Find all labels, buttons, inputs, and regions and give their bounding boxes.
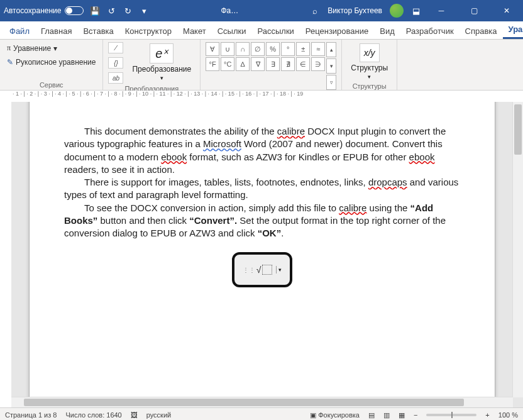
qat-dropdown-icon[interactable]: ▾ bbox=[139, 6, 149, 16]
view-print-icon[interactable]: ▤ bbox=[368, 411, 375, 419]
ink-equation-button[interactable]: ✎ Рукописное уравнение bbox=[5, 57, 97, 68]
autosave-toggle[interactable]: Автосохранение bbox=[4, 6, 84, 15]
symbol-cell[interactable]: ∀ bbox=[206, 42, 219, 56]
ribbon-tabs: Файл Главная Вставка Конструктор Макет С… bbox=[0, 21, 523, 40]
symbol-cell[interactable]: ∆ bbox=[236, 57, 250, 71]
status-word-count[interactable]: Число слов: 1640 bbox=[65, 411, 121, 419]
text: This document demonstrates the ability o… bbox=[84, 126, 277, 136]
vertical-ruler[interactable] bbox=[0, 102, 12, 407]
vertical-scrollbar[interactable] bbox=[512, 102, 523, 397]
title-bar: Автосохранение 💾 ↺ ↻ ▾ Фа… ⌕ Виктор Бухт… bbox=[0, 0, 523, 21]
search-icon[interactable]: ⌕ bbox=[310, 6, 320, 16]
equation-dropdown-icon[interactable]: ▾ bbox=[276, 266, 282, 274]
symbol-cell[interactable]: ∄ bbox=[281, 57, 295, 71]
user-name[interactable]: Виктор Бухтеев bbox=[328, 6, 382, 15]
undo-icon[interactable]: ↺ bbox=[106, 6, 116, 16]
view-read-icon[interactable]: ▥ bbox=[383, 411, 390, 419]
equation-placeholder[interactable]: ⋮⋮ √ ▾ bbox=[232, 252, 292, 287]
page-content[interactable]: This document demonstrates the ability o… bbox=[30, 102, 495, 287]
text-bold: “OK” bbox=[258, 228, 282, 238]
minimize-button[interactable]: ─ bbox=[429, 6, 454, 15]
focus-label: Фокусировка bbox=[318, 411, 360, 419]
tab-references[interactable]: Ссылки bbox=[212, 23, 252, 39]
ink-icon: ✎ bbox=[7, 58, 13, 67]
symbol-cell[interactable]: ∪ bbox=[221, 42, 234, 56]
page[interactable]: This document demonstrates the ability o… bbox=[29, 102, 495, 397]
text-squiggle: Microsoft bbox=[203, 138, 241, 149]
tab-design[interactable]: Конструктор bbox=[119, 23, 177, 39]
zoom-in-button[interactable]: + bbox=[485, 411, 489, 419]
text: button and then click bbox=[97, 215, 189, 226]
symbol-cell[interactable]: ° bbox=[281, 42, 295, 56]
text-squiggle: ebook bbox=[161, 152, 187, 162]
text-bold: “Convert”. bbox=[189, 215, 237, 226]
symbol-cell[interactable]: % bbox=[266, 42, 280, 56]
equation-menu-button[interactable]: π Уравнение ▾ bbox=[5, 42, 59, 54]
status-language[interactable]: русский bbox=[146, 411, 171, 419]
tab-home[interactable]: Главная bbox=[35, 23, 77, 39]
autosave-switch-icon[interactable] bbox=[65, 6, 84, 15]
horizontal-scroll-thumb[interactable] bbox=[24, 399, 464, 406]
group-structures: x/y Структуры ▾ Структуры bbox=[342, 40, 397, 90]
pi-icon: π bbox=[7, 43, 11, 53]
text-squiggle: calibre bbox=[339, 202, 366, 213]
zoom-out-button[interactable]: − bbox=[414, 411, 417, 419]
group-tools: π Уравнение ▾ ✎ Рукописное уравнение Сер… bbox=[0, 40, 103, 90]
symbol-gallery-expand-icon[interactable]: ▿ bbox=[326, 75, 336, 90]
symbol-cell[interactable]: ≈ bbox=[311, 42, 325, 56]
tab-mailings[interactable]: Рассылки bbox=[251, 23, 299, 39]
close-button[interactable]: ✕ bbox=[494, 6, 519, 15]
tab-equation[interactable]: Уравнение bbox=[503, 21, 523, 39]
symbol-scroll-down-icon[interactable]: ▾ bbox=[326, 58, 336, 74]
tab-insert[interactable]: Вставка bbox=[77, 23, 119, 39]
symbol-scroll-up-icon[interactable]: ▴ bbox=[326, 42, 336, 57]
tab-help[interactable]: Справка bbox=[460, 23, 503, 39]
text: using the bbox=[366, 202, 410, 213]
format-toggle-stack[interactable]: ⁄ {} ab bbox=[108, 42, 123, 84]
text-squiggle: dropcaps bbox=[368, 177, 407, 187]
document-title: Фа… bbox=[149, 6, 310, 15]
zoom-slider[interactable] bbox=[426, 414, 476, 416]
symbol-cell[interactable]: ∅ bbox=[251, 42, 265, 56]
focus-mode-button[interactable]: ▣ Фокусировка bbox=[310, 411, 360, 419]
tab-layout[interactable]: Макет bbox=[177, 23, 212, 39]
equation-menu-label: Уравнение bbox=[13, 44, 51, 53]
tab-developer[interactable]: Разработчик bbox=[400, 23, 460, 39]
zoom-level[interactable]: 100 % bbox=[498, 411, 518, 419]
vertical-scroll-thumb[interactable] bbox=[514, 104, 522, 155]
symbol-cell[interactable]: ∋ bbox=[311, 57, 325, 71]
tab-review[interactable]: Рецензирование bbox=[300, 23, 374, 39]
text: readers, to see it in action. bbox=[64, 164, 175, 175]
radical-icon: √ bbox=[256, 264, 262, 276]
slash-icon: ⁄ bbox=[108, 42, 123, 53]
symbol-cell[interactable]: ∇ bbox=[251, 57, 265, 71]
view-web-icon[interactable]: ▦ bbox=[399, 411, 405, 419]
proofing-icon[interactable]: 🖼 bbox=[131, 411, 138, 419]
symbol-cell[interactable]: °C bbox=[221, 57, 234, 71]
structures-label: Структуры bbox=[351, 64, 388, 72]
save-icon[interactable]: 💾 bbox=[90, 6, 100, 16]
structures-button[interactable]: x/y Структуры ▾ bbox=[347, 42, 392, 81]
group-transforms: ⁄ {} ab eˣ Преобразование ▾ Преобразован… bbox=[103, 40, 201, 90]
status-page[interactable]: Страница 1 из 8 bbox=[5, 411, 57, 419]
equation-handle-icon[interactable]: ⋮⋮ bbox=[243, 266, 255, 275]
symbol-cell[interactable]: ∈ bbox=[296, 57, 310, 71]
horizontal-ruler[interactable]: · 1 · | · 2 · | · 3 · | · 4 · | · 5 · | … bbox=[0, 91, 523, 102]
ribbon-display-options-icon[interactable]: ⬓ bbox=[411, 6, 421, 16]
symbol-cell[interactable]: ∃ bbox=[266, 57, 280, 71]
restore-button[interactable]: ▢ bbox=[461, 6, 487, 15]
symbol-cell[interactable]: ∩ bbox=[236, 42, 250, 56]
redo-icon[interactable]: ↻ bbox=[123, 6, 133, 16]
symbol-cell[interactable]: °F bbox=[206, 57, 219, 71]
text: There is support for images, tables, lis… bbox=[84, 177, 368, 187]
user-avatar-icon[interactable] bbox=[390, 4, 404, 18]
chevron-down-icon: ▾ bbox=[160, 75, 163, 81]
symbol-cell[interactable]: ± bbox=[296, 42, 310, 56]
tab-file[interactable]: Файл bbox=[4, 23, 35, 39]
symbol-grid[interactable]: ∀∪∩∅%°±≈°F°C∆∇∃∄∈∋ bbox=[206, 42, 325, 90]
horizontal-scrollbar[interactable] bbox=[11, 397, 513, 407]
transform-button[interactable]: eˣ Преобразование ▾ bbox=[128, 42, 195, 82]
tab-view[interactable]: Вид bbox=[374, 23, 400, 39]
group-tools-label: Сервис bbox=[5, 80, 97, 89]
group-structures-label: Структуры bbox=[347, 81, 392, 90]
